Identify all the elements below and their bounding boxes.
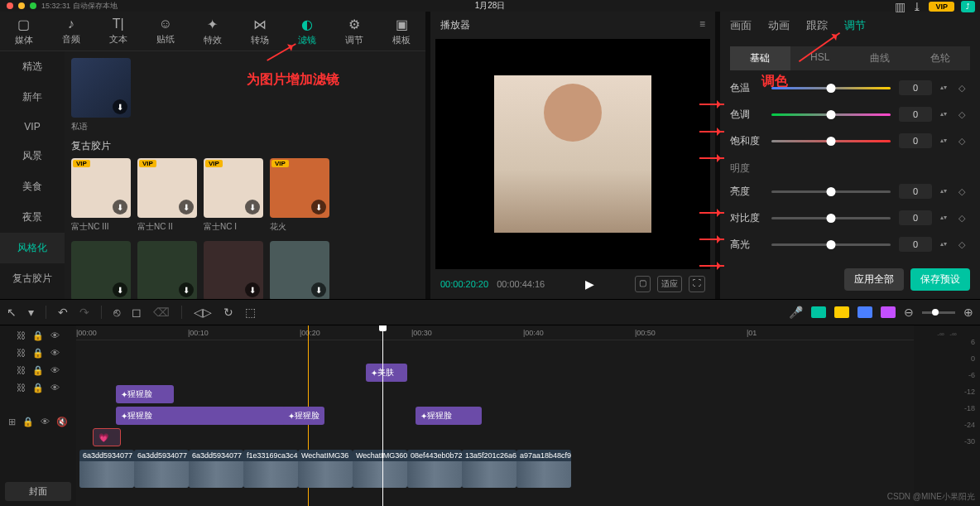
- slider-对比度[interactable]: [771, 217, 891, 219]
- cover-button[interactable]: 封面: [5, 482, 71, 501]
- video-clip[interactable]: f1e33169ca3c4: [243, 450, 298, 488]
- filter-花火[interactable]: VIP⬇花火: [270, 158, 329, 233]
- stepper-icon[interactable]: ▴▾: [940, 112, 950, 117]
- subtab-曲线[interactable]: 曲线: [850, 46, 910, 70]
- eye-icon[interactable]: 👁: [50, 383, 60, 393]
- zoom-in-icon[interactable]: ⊕: [963, 306, 973, 319]
- tool-tab-音频[interactable]: ♪音频: [47, 12, 94, 51]
- filter-冷叙[interactable]: ⬇冷叙: [270, 241, 329, 299]
- reset-icon[interactable]: ◇: [958, 83, 970, 94]
- crop2-icon[interactable]: ⬚: [245, 306, 256, 319]
- effect-clip-face[interactable]: ✦ 猩猩脸: [116, 385, 174, 403]
- video-preview[interactable]: [435, 39, 710, 269]
- subtab-色轮[interactable]: 色轮: [910, 46, 971, 70]
- link-icon[interactable]: ⛓: [17, 348, 26, 359]
- filter-贝松绿[interactable]: ⬇贝松绿: [137, 241, 197, 299]
- stepper-icon[interactable]: ▴▾: [940, 85, 950, 90]
- eye-icon[interactable]: 👁: [50, 365, 60, 376]
- fullscreen-icon[interactable]: ⛶: [689, 276, 705, 292]
- download-icon[interactable]: ⬇: [113, 99, 127, 114]
- slider-value-亮度[interactable]: 0: [899, 184, 932, 199]
- stepper-icon[interactable]: ▴▾: [940, 242, 950, 247]
- undo-icon[interactable]: ↶: [58, 306, 68, 319]
- lock-icon[interactable]: 🔒: [32, 383, 44, 393]
- panel-tab-跟踪[interactable]: 跟踪: [806, 18, 828, 33]
- layout-icon[interactable]: ▥: [895, 0, 906, 13]
- reset-icon[interactable]: ◇: [958, 186, 970, 197]
- private-filter-thumb[interactable]: ⬇: [71, 58, 131, 118]
- select-tool-icon[interactable]: ↖: [7, 306, 17, 319]
- zoom-out-icon[interactable]: ⊖: [904, 306, 914, 319]
- dropdown-icon[interactable]: ▾: [28, 306, 34, 319]
- export-icon[interactable]: ⤓: [912, 0, 922, 13]
- track-color-blue[interactable]: [858, 306, 872, 318]
- stepper-icon[interactable]: ▴▾: [940, 138, 950, 143]
- track-color-cyan[interactable]: [811, 306, 826, 318]
- slider-value-色温[interactable]: 0: [899, 80, 932, 95]
- lock-icon[interactable]: 🔒: [32, 348, 44, 359]
- eye-icon[interactable]: 👁: [50, 330, 60, 341]
- mirror-icon[interactable]: ◁▷: [194, 306, 212, 319]
- video-clip[interactable]: 6a3dd5934077: [79, 450, 134, 488]
- reset-icon[interactable]: ◇: [958, 213, 970, 224]
- lock-icon[interactable]: 🔒: [22, 417, 34, 427]
- slider-value-饱和度[interactable]: 0: [899, 133, 932, 148]
- slider-色调[interactable]: [771, 113, 891, 116]
- filter-富士NC I[interactable]: VIP⬇富士NC I: [204, 158, 263, 233]
- effect-clip-face[interactable]: ✦ 猩猩脸: [116, 407, 306, 425]
- player-menu-icon[interactable]: ≡: [699, 18, 705, 32]
- effect-clip-face[interactable]: ✦ 猩猩脸: [283, 407, 324, 425]
- tool-tab-调节[interactable]: ⚙调节: [331, 12, 378, 51]
- add-track-icon[interactable]: ⊞: [8, 417, 16, 427]
- slider-色温[interactable]: [771, 87, 891, 89]
- reset-icon[interactable]: ◇: [958, 109, 970, 120]
- filter-姜饼红[interactable]: ⬇姜饼红: [204, 241, 263, 299]
- video-clip[interactable]: 08ef443eb0b72: [407, 450, 462, 488]
- mic-icon[interactable]: 🎤: [789, 306, 803, 319]
- tool-tab-文本[interactable]: T|文本: [94, 12, 142, 51]
- video-clip[interactable]: WechatIMG360: [353, 450, 407, 488]
- video-clip[interactable]: 6a3dd5934077: [134, 450, 189, 488]
- category-复古胶片[interactable]: 复古胶片: [0, 263, 65, 294]
- slider-亮度[interactable]: [771, 190, 891, 193]
- stepper-icon[interactable]: ▴▾: [940, 189, 950, 194]
- vip-badge[interactable]: VIP: [929, 2, 954, 12]
- tool-tab-模板[interactable]: ▣模板: [378, 12, 425, 51]
- slider-高光[interactable]: [771, 243, 891, 246]
- panel-tab-动画[interactable]: 动画: [768, 18, 790, 33]
- category-影视级[interactable]: 影视级: [0, 294, 65, 299]
- fit-button[interactable]: 适应: [657, 276, 682, 292]
- video-clip[interactable]: WechatIMG36: [298, 450, 353, 488]
- category-VIP[interactable]: VIP: [0, 113, 65, 141]
- lock-icon[interactable]: 🔒: [32, 365, 44, 376]
- subtab-HSL[interactable]: HSL: [790, 46, 851, 70]
- save-preset-button[interactable]: 保存预设: [910, 268, 970, 291]
- playhead[interactable]: [382, 325, 383, 506]
- eye-icon[interactable]: 👁: [41, 417, 50, 427]
- tool-tab-贴纸[interactable]: ☺贴纸: [142, 12, 189, 51]
- play-button[interactable]: ▶: [585, 277, 594, 291]
- sticker-clip[interactable]: 💗: [93, 428, 121, 446]
- category-美食[interactable]: 美食: [0, 171, 65, 202]
- apply-all-button[interactable]: 应用全部: [844, 268, 904, 291]
- panel-tab-画面[interactable]: 画面: [730, 18, 752, 33]
- effect-clip-beauty[interactable]: ✦ 美肤: [366, 364, 407, 382]
- tool-tab-媒体[interactable]: ▢媒体: [0, 12, 47, 51]
- category-风景[interactable]: 风景: [0, 141, 65, 171]
- slider-value-高光[interactable]: 0: [899, 237, 932, 252]
- slider-value-对比度[interactable]: 0: [899, 210, 932, 225]
- crop-tool-icon[interactable]: ◻: [132, 306, 142, 319]
- category-精选[interactable]: 精选: [0, 51, 65, 82]
- share-button[interactable]: ⤴: [961, 1, 975, 12]
- filter-松果棕[interactable]: ⬇松果棕: [71, 241, 131, 299]
- link-icon[interactable]: ⛓: [17, 330, 26, 341]
- track-color-yellow[interactable]: [834, 306, 849, 318]
- subtab-基础[interactable]: 基础: [730, 46, 790, 70]
- lock-icon[interactable]: 🔒: [32, 330, 44, 341]
- link-icon[interactable]: ⛓: [17, 383, 26, 393]
- filter-富士NC III[interactable]: VIP⬇富士NC III: [71, 158, 131, 233]
- effect-clip-face[interactable]: ✦ 猩猩脸: [416, 407, 482, 425]
- rotate-icon[interactable]: ↻: [223, 306, 233, 319]
- tool-tab-转场[interactable]: ⋈转场: [237, 12, 284, 51]
- crop-icon[interactable]: ▢: [635, 276, 651, 292]
